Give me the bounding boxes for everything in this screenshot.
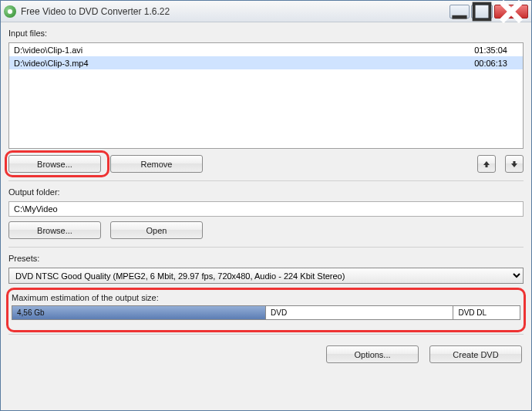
content-area: Input files: D:\video\Clip-1.avi 01:35:0…	[1, 22, 531, 410]
estimation-dvd-mark: DVD	[266, 306, 453, 319]
divider	[8, 334, 524, 335]
footer-buttons: Options... Create DVD	[8, 341, 524, 363]
create-dvd-button[interactable]: Create DVD	[429, 345, 522, 363]
titlebar[interactable]: Free Video to DVD Converter 1.6.22	[1, 1, 531, 22]
input-buttons-row: Browse... Remove	[8, 155, 524, 173]
file-path: D:\video\Clip-3.mp4	[14, 59, 441, 68]
estimation-size-segment: 4,56 Gb	[12, 306, 266, 319]
file-duration: 00:06:13	[441, 59, 518, 68]
file-duration: 01:35:04	[441, 45, 518, 55]
maximize-icon	[472, 2, 492, 22]
move-up-button[interactable]	[477, 155, 496, 173]
arrow-down-icon	[510, 160, 518, 168]
options-button[interactable]: Options...	[326, 345, 419, 363]
browse-output-button[interactable]: Browse...	[8, 221, 101, 239]
presets-label: Presets:	[8, 254, 524, 263]
close-button[interactable]	[494, 5, 528, 19]
app-window: Free Video to DVD Converter 1.6.22 Input…	[0, 0, 532, 411]
output-folder-field[interactable]: C:\MyVideo	[8, 201, 524, 217]
estimation-section: Maximum estimation of the output size: 4…	[8, 288, 524, 326]
list-item[interactable]: D:\video\Clip-1.avi 01:35:04	[9, 43, 523, 56]
file-path: D:\video\Clip-1.avi	[14, 45, 441, 55]
divider	[8, 247, 524, 248]
window-controls	[450, 5, 528, 19]
maximize-button[interactable]	[471, 5, 493, 19]
output-folder-label: Output folder:	[8, 187, 524, 197]
input-files-label: Input files:	[8, 29, 524, 38]
arrow-up-icon	[483, 160, 490, 168]
svg-rect-1	[474, 3, 490, 19]
remove-button[interactable]: Remove	[110, 155, 203, 173]
browse-input-button[interactable]: Browse...	[8, 155, 101, 173]
output-buttons-row: Browse... Open	[8, 221, 524, 239]
size-estimation-bar: 4,56 Gb DVD DVD DL	[12, 305, 520, 320]
output-folder-path: C:\MyVideo	[14, 204, 58, 214]
presets-dropdown[interactable]: DVD NTSC Good Quality (MPEG2, 6 Mbit, 29…	[8, 268, 524, 284]
input-files-list[interactable]: D:\video\Clip-1.avi 01:35:04 D:\video\Cl…	[8, 42, 524, 149]
list-item[interactable]: D:\video\Clip-3.mp4 00:06:13	[9, 56, 523, 69]
estimation-dvddl-mark: DVD DL	[453, 306, 520, 319]
divider	[8, 180, 524, 181]
app-icon	[4, 5, 16, 18]
open-output-button[interactable]: Open	[110, 221, 203, 239]
move-down-button[interactable]	[505, 155, 524, 173]
estimation-label: Maximum estimation of the output size:	[12, 293, 520, 302]
minimize-button[interactable]	[450, 5, 470, 19]
svg-rect-0	[452, 15, 466, 19]
window-title: Free Video to DVD Converter 1.6.22	[21, 6, 450, 17]
minimize-icon	[450, 2, 469, 21]
